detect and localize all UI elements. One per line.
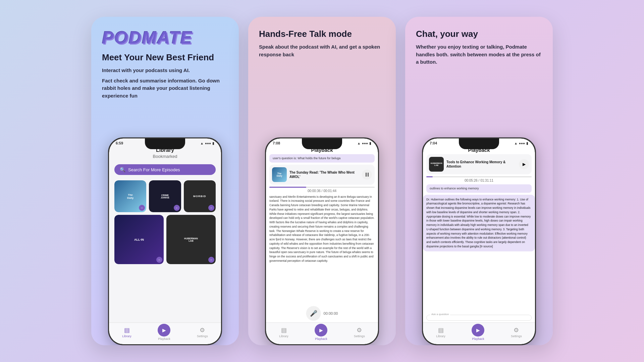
mic-time: 00:00:00 (324, 311, 338, 315)
transcript-area-2: sanctuary and Merlin Entertainments is d… (269, 195, 375, 289)
nav-playback-1[interactable]: ▶ Playback (158, 324, 170, 341)
allin-label: ALL·IN (134, 238, 144, 241)
search-icon: 🔍 (120, 167, 125, 172)
nav-settings-label: Settings (197, 335, 208, 338)
battery-icon-2: ▮ (369, 141, 371, 145)
podcast-thumb-crime[interactable]: CRIMEJUNKIE − (149, 180, 181, 212)
phone-screen-1: 6:59 ▲ ●●● ▮ Library Bookmarked 🔍 Search… (109, 138, 221, 344)
nav-playback-2[interactable]: ▶ Playback (315, 324, 327, 341)
episode-info-2: The Sunday Read: 'The Whale Who Went AWO… (289, 170, 359, 179)
ask-input[interactable]: Ask a question (426, 315, 532, 321)
phone-mockup-2: 7:08 ▲ ●●● ▮ Playback user's question is… (265, 137, 379, 345)
signal-icon-3: ●●● (519, 141, 525, 145)
play-button-1[interactable]: ▶ (158, 324, 170, 337)
search-bar[interactable]: 🔍 Search For More Episodes (114, 164, 216, 175)
episode-title-2: The Sunday Read: 'The Whale Who Went AWO… (289, 170, 359, 179)
card-1-subtitle: Interact with your podcasts using AI. (102, 67, 228, 74)
pause-button-2[interactable] (362, 170, 372, 180)
time-total-3: 01:31:11 (480, 179, 493, 182)
phone-notch-1 (145, 138, 185, 149)
context-snippet-3: outlines to enhance working memory (426, 184, 532, 193)
bottom-nav-3: ▤ Library ▶ Playback ⚙ Settings (423, 322, 535, 344)
daily-label: TheDaily (127, 193, 133, 199)
nav-settings-2[interactable]: ⚙ Settings (354, 326, 365, 338)
podcast-cover-huberman: HUBERMANLAB (166, 215, 216, 264)
phone-screen-2: 7:08 ▲ ●●● ▮ Playback user's question is… (266, 138, 378, 344)
episode-card-3[interactable]: HUBERMANLAB Tools to Enhance Working Mem… (426, 154, 532, 174)
nav-playback-label-2: Playback (315, 337, 327, 341)
play-button-3[interactable]: ▶ (519, 159, 529, 169)
ai-question-banner: user's question is: What holds the futur… (269, 154, 375, 163)
screen-subtitle-1: Bookmarked (109, 154, 221, 162)
phone-notch-3 (459, 138, 499, 149)
huberman-label: HUBERMANLAB (184, 237, 198, 242)
progress-fill-2 (269, 187, 306, 188)
transcript-text-2: sanctuary and Merlin Entertainments is d… (269, 195, 374, 262)
nav-settings-3[interactable]: ⚙ Settings (511, 326, 522, 338)
library-icon-3: ▤ (438, 326, 444, 334)
phone-time-2: 7:08 (273, 141, 280, 145)
battery-icon: ▮ (212, 141, 214, 145)
wifi-icon-3: ▲ (514, 141, 518, 145)
card-playback: Hands-Free Talk mode Speak about the pod… (248, 17, 396, 345)
battery-icon-3: ▮ (526, 141, 528, 145)
podcast-thumb-huberman[interactable]: HUBERMANLAB − (166, 215, 216, 264)
nav-library-label-2: Library (279, 335, 288, 338)
podcast-grid: TheDaily − CRIMEJUNKIE − MORBID (109, 178, 221, 215)
podcast-thumb-morbid[interactable]: MORBID − (184, 180, 216, 212)
phone-time-3: 7:04 (430, 141, 437, 145)
card-2-title: Hands-Free Talk mode (259, 29, 385, 39)
card-2-header: Hands-Free Talk mode Speak about the pod… (248, 17, 396, 68)
episode-title-3: Tools to Enhance Working Memory & Attent… (446, 160, 516, 169)
card-chat: Chat, your way Whether you enjoy texting… (405, 17, 553, 345)
podcast-thumb-daily[interactable]: TheDaily − (114, 180, 146, 212)
library-icon-2: ▤ (281, 326, 287, 334)
wifi-icon: ▲ (200, 141, 204, 145)
nav-settings-label-2: Settings (354, 335, 365, 338)
nav-library-1[interactable]: ▤ Library (122, 326, 131, 338)
card-3-title: Chat, your way (416, 29, 542, 39)
chat-content-3: Dr. Huberman outlines the following ways… (426, 198, 531, 248)
progress-track-2 (269, 187, 375, 188)
bottom-nav-1: ▤ Library ▶ Playback ⚙ Settings (109, 322, 221, 344)
podcast-cover-allin: ALL·IN (114, 215, 164, 264)
morbid-label: MORBID (193, 195, 206, 198)
nav-library-3[interactable]: ▤ Library (436, 326, 445, 338)
card-1-desc: Fact check and summarise information. Go… (102, 77, 228, 100)
mic-button[interactable]: 🎤 (306, 306, 321, 321)
nav-library-label-3: Library (436, 335, 445, 338)
card-1-header: PODMATE Meet Your New Best Friend Intera… (91, 17, 239, 106)
time-total-2: 00:01:44 (323, 189, 336, 193)
settings-icon-3: ⚙ (514, 326, 519, 334)
cards-container: PODMATE Meet Your New Best Friend Intera… (81, 7, 563, 355)
ask-label: Ask a question (430, 313, 450, 316)
nav-playback-label: Playback (158, 337, 170, 341)
nav-library-2[interactable]: ▤ Library (279, 326, 288, 338)
progress-bar-3[interactable] (426, 176, 532, 177)
pause-bar-2 (368, 173, 369, 177)
nav-settings-label-3: Settings (511, 335, 522, 338)
podcast-thumb-allin[interactable]: ALL·IN − (114, 215, 164, 264)
pause-bars (366, 173, 369, 177)
settings-icon-2: ⚙ (357, 326, 362, 334)
episode-info-3: Tools to Enhance Working Memory & Attent… (446, 160, 516, 169)
progress-fill-3 (426, 176, 433, 177)
pause-bar-1 (366, 173, 367, 177)
play-button-2[interactable]: ▶ (315, 324, 327, 337)
progress-bar-2[interactable] (269, 187, 375, 188)
status-icons-2: ▲ ●●● ▮ (357, 141, 371, 145)
play-button-nav-3[interactable]: ▶ (472, 324, 484, 337)
phone-mockup-3: 7:04 ▲ ●●● ▮ Playback HUBERMANLAB Tools … (422, 137, 536, 345)
podcast-bottom-row: ALL·IN − HUBERMANLAB − (109, 215, 221, 267)
card-3-subtitle: Whether you enjoy texting or talking, Po… (416, 43, 542, 66)
status-icons-3: ▲ ●●● ▮ (514, 141, 528, 145)
chat-bubble-3: Dr. Huberman outlines the following ways… (423, 195, 535, 251)
phone-screen-3: 7:04 ▲ ●●● ▮ Playback HUBERMANLAB Tools … (423, 138, 535, 344)
episode-card-2[interactable]: TheDaily The Sunday Read: 'The Whale Who… (269, 165, 375, 185)
search-text: Search For More Episodes (128, 167, 180, 172)
nav-settings-1[interactable]: ⚙ Settings (197, 326, 208, 338)
card-3-header: Chat, your way Whether you enjoy texting… (405, 17, 553, 75)
signal-icon-2: ●●● (362, 141, 368, 145)
phone-mockup-1: 6:59 ▲ ●●● ▮ Library Bookmarked 🔍 Search… (108, 137, 222, 345)
nav-playback-3[interactable]: ▶ Playback (472, 324, 484, 341)
